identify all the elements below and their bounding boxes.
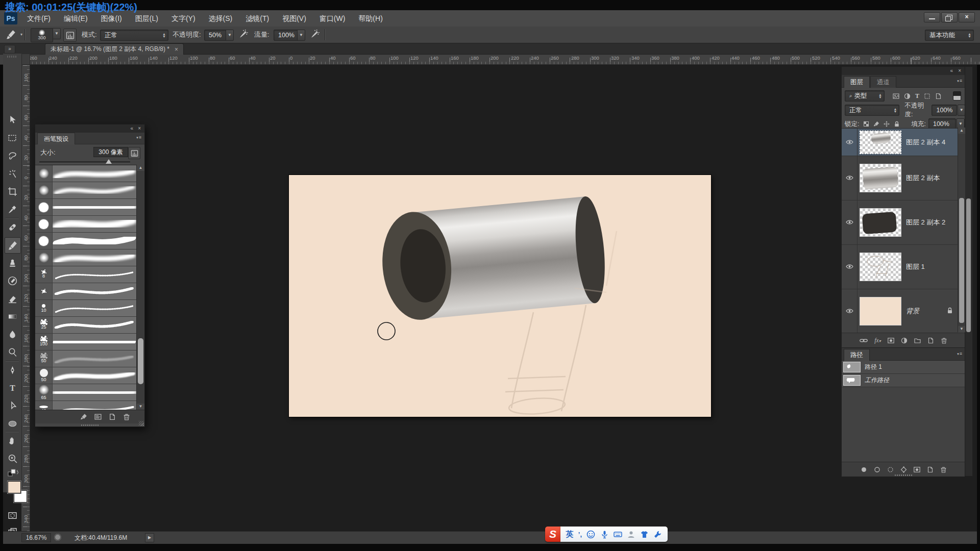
panel-menu-icon[interactable]: ≡ — [957, 78, 962, 83]
adjustment-layer-icon[interactable] — [901, 337, 908, 344]
path-row[interactable]: 工作路径 — [842, 374, 965, 387]
opacity-value-field[interactable]: 50% — [204, 30, 229, 41]
restore-button[interactable] — [941, 12, 958, 22]
filter-shape-layers-icon[interactable] — [924, 93, 930, 99]
scrollbar-thumb[interactable] — [138, 338, 143, 384]
panel-menu-icon[interactable]: ≡ — [957, 351, 962, 356]
panel-resize-handle[interactable] — [895, 474, 912, 476]
path-name[interactable]: 工作路径 — [865, 376, 889, 385]
tablet-opacity-icon[interactable] — [238, 29, 249, 42]
brush-picker-arrow[interactable]: ▼ — [53, 28, 61, 39]
brush-preset-row[interactable] — [35, 165, 136, 182]
gradient-tool[interactable] — [5, 309, 20, 324]
swap-colors-icon[interactable] — [7, 468, 20, 478]
filter-type-select[interactable]: ⌕ 类型 ▲▼ — [845, 90, 885, 102]
brush-list-scrollbar[interactable]: ▲ ▼ — [136, 165, 144, 410]
marquee-tool[interactable] — [5, 130, 20, 145]
zoom-level-field[interactable]: 16.67% — [21, 533, 51, 542]
layer-thumbnail[interactable] — [860, 253, 901, 281]
toggle-brush-panel-button[interactable] — [63, 29, 77, 42]
brush-tool[interactable] — [5, 237, 21, 254]
layer-row[interactable]: 图层 2 副本 2 — [842, 200, 958, 245]
eraser-tool[interactable] — [5, 291, 20, 306]
lock-all-icon[interactable] — [894, 121, 900, 127]
brush-preset-row[interactable]: 25 — [35, 317, 136, 334]
scroll-down-icon[interactable]: ▼ — [137, 404, 144, 410]
dodge-tool[interactable] — [5, 344, 20, 360]
move-tool[interactable] — [5, 112, 20, 128]
visibility-toggle[interactable] — [842, 289, 857, 333]
panel-menu-icon[interactable]: ≡ — [136, 135, 141, 140]
scroll-down-icon[interactable]: ▼ — [958, 326, 965, 332]
history-brush-tool[interactable] — [5, 273, 20, 288]
menu-item[interactable]: 帮助(H) — [352, 10, 389, 27]
microphone-icon[interactable] — [600, 530, 609, 539]
panel-titlebar[interactable]: « × — [842, 67, 965, 75]
filter-type-layers-icon[interactable]: T — [915, 92, 919, 100]
close-panel-icon[interactable]: × — [958, 67, 961, 75]
lasso-tool[interactable] — [5, 148, 20, 163]
minimize-button[interactable] — [924, 12, 940, 22]
layer-thumbnail[interactable] — [860, 164, 901, 192]
close-button[interactable]: × — [959, 12, 975, 22]
link-layers-icon[interactable] — [860, 337, 868, 344]
new-group-icon[interactable] — [914, 337, 921, 344]
stroke-path-icon[interactable] — [874, 466, 880, 473]
fill-path-icon[interactable] — [861, 466, 867, 473]
size-input[interactable]: 300 像素 — [93, 147, 128, 157]
path-row[interactable]: 路径 1 — [842, 361, 965, 374]
flow-dropdown[interactable]: ▼ — [297, 30, 305, 41]
layer-thumbnail[interactable] — [860, 209, 901, 236]
layer-name[interactable]: 图层 2 副本 4 — [906, 138, 945, 147]
layer-row[interactable]: 背景 — [842, 289, 958, 334]
dock-scroll-column[interactable] — [965, 66, 973, 477]
visibility-toggle[interactable] — [842, 129, 857, 156]
brush-preset-row[interactable]: 40 — [35, 401, 136, 410]
menu-item[interactable]: 选择(S) — [202, 10, 239, 27]
layer-row[interactable]: 图层 1 — [842, 244, 958, 289]
user-icon[interactable] — [627, 530, 635, 539]
layer-name[interactable]: 背景 — [906, 307, 919, 316]
zoom-tool[interactable] — [5, 450, 20, 466]
tab-overflow-chevron[interactable]: » — [4, 45, 15, 54]
ime-punctuation-toggle[interactable]: ’, — [578, 531, 582, 538]
add-mask-icon[interactable] — [888, 337, 894, 344]
crop-tool[interactable] — [5, 184, 20, 199]
layers-scrollbar[interactable]: ▲ ▼ — [958, 128, 965, 332]
status-options-arrow[interactable]: ▶ — [145, 533, 154, 542]
path-as-selection-icon[interactable] — [887, 466, 894, 473]
filter-pixel-layers-icon[interactable] — [893, 93, 899, 99]
selection-as-path-icon[interactable] — [900, 466, 907, 473]
brush-tool-icon[interactable]: ▾ — [5, 29, 17, 42]
layer-name[interactable]: 图层 2 副本 2 — [906, 218, 945, 227]
tab-channels[interactable]: 通道 — [870, 76, 896, 88]
collapse-panel-icon[interactable]: « — [950, 67, 953, 75]
path-name[interactable]: 路径 1 — [865, 363, 882, 371]
foreground-color-swatch[interactable] — [8, 481, 21, 493]
brush-preset-row[interactable]: 100 — [35, 334, 136, 350]
panel-titlebar[interactable]: « × — [35, 124, 144, 133]
close-panel-icon[interactable]: × — [138, 124, 141, 133]
brush-preset-row[interactable]: 65 — [35, 384, 136, 401]
opacity-dropdown[interactable]: ▼ — [226, 30, 234, 41]
hand-tool[interactable] — [5, 433, 20, 448]
collapse-panel-icon[interactable]: « — [130, 124, 133, 133]
brush-preset-row[interactable] — [35, 199, 136, 216]
blur-tool[interactable] — [5, 327, 20, 342]
tab-close-icon[interactable]: × — [175, 46, 178, 53]
brush-presets-tab[interactable]: 画笔预设 — [37, 133, 75, 144]
toolbar-grip[interactable] — [7, 56, 17, 58]
flow-value-field[interactable]: 100% — [274, 30, 300, 41]
menu-item[interactable]: 滤镜(T) — [239, 10, 276, 27]
emoji-icon[interactable] — [586, 530, 595, 539]
brush-preset-row[interactable]: 10 — [35, 300, 136, 317]
brush-preset-row[interactable] — [35, 283, 136, 300]
clone-stamp-tool[interactable] — [5, 255, 20, 270]
layer-name[interactable]: 图层 1 — [906, 262, 925, 271]
delete-brush-icon[interactable] — [123, 413, 130, 420]
visibility-toggle[interactable] — [842, 200, 857, 244]
sogou-logo-icon[interactable]: S — [545, 527, 560, 542]
path-thumbnail[interactable] — [844, 362, 860, 372]
brush-preset-row[interactable] — [35, 216, 136, 233]
layer-thumbnail[interactable] — [860, 297, 901, 325]
